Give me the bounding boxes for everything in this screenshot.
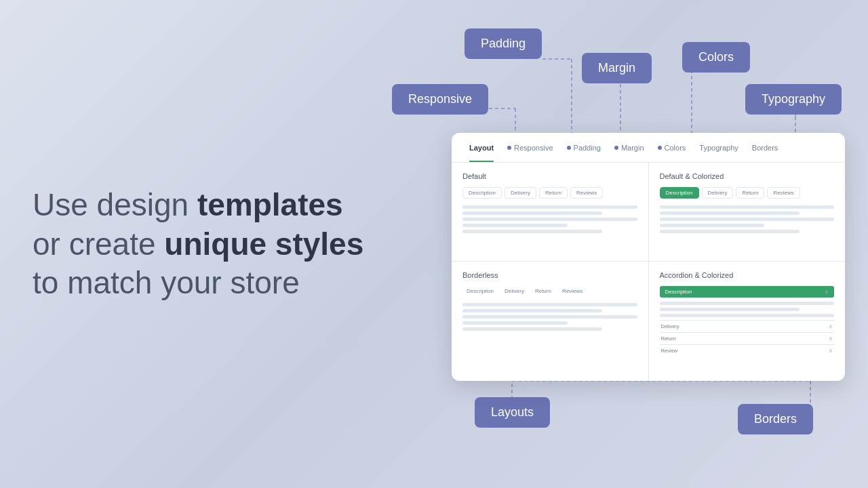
section-colorized-title: Default & Colorized <box>660 172 835 180</box>
accordion-item-return[interactable]: Return ∧ <box>660 332 835 344</box>
tab-typography[interactable]: Typography <box>692 133 745 162</box>
tab-margin[interactable]: Margin <box>608 133 651 162</box>
padding-dot <box>567 146 571 150</box>
panel-tabs: Layout Responsive Padding Margin Colors … <box>452 133 845 163</box>
skeleton-3 <box>462 218 637 221</box>
section-default-title: Default <box>462 172 637 180</box>
section-colorized: Default & Colorized Description Delivery… <box>649 163 846 261</box>
tab-layout[interactable]: Layout <box>462 133 500 162</box>
tab-padding[interactable]: Padding <box>560 133 608 162</box>
skeleton-a1 <box>660 302 835 305</box>
badge-margin[interactable]: Margin <box>582 53 652 83</box>
skeleton-b3 <box>462 315 637 319</box>
badge-padding[interactable]: Padding <box>465 28 542 59</box>
tab-borders[interactable]: Borders <box>745 133 785 162</box>
accordion-return-label: Return <box>661 336 677 342</box>
skeleton-c4 <box>660 224 765 227</box>
accordion-item-review[interactable]: Review ∧ <box>660 344 835 357</box>
colorized-tab-reviews[interactable]: Reviews <box>767 187 800 199</box>
default-tabs: Description Delivery Return Reviews <box>462 187 637 199</box>
tagline-line3: to match your store <box>33 264 412 303</box>
colors-dot <box>658 146 662 150</box>
colorized-tab-return[interactable]: Return <box>736 187 764 199</box>
borderless-tab-description[interactable]: Description <box>462 286 498 296</box>
colorized-tabs: Description Delivery Return Reviews <box>660 187 835 199</box>
hero-text: Use design templates or create unique st… <box>33 186 412 303</box>
borderless-tab-delivery[interactable]: Delivery <box>500 286 528 296</box>
badge-responsive[interactable]: Responsive <box>392 84 488 115</box>
section-borderless-title: Borderless <box>462 271 637 279</box>
skeleton-1 <box>462 205 637 209</box>
skeleton-c2 <box>660 211 800 215</box>
accordion-delivery-label: Delivery <box>661 323 679 329</box>
skeleton-c3 <box>660 218 835 221</box>
accordion-item-delivery[interactable]: Delivery ∧ <box>660 320 835 332</box>
badge-colors[interactable]: Colors <box>682 42 750 73</box>
accordion-review-label: Review <box>661 348 678 354</box>
skeleton-b5 <box>462 327 602 331</box>
borderless-tab-reviews[interactable]: Reviews <box>558 286 587 296</box>
section-accordion: Accordion & Colorized Description ∧ Deli… <box>649 262 846 382</box>
skeleton-a2 <box>660 308 800 311</box>
panel-content: Default Description Delivery Return Revi… <box>452 163 845 381</box>
tab-responsive[interactable]: Responsive <box>500 133 559 162</box>
responsive-dot <box>507 146 511 150</box>
default-tab-delivery[interactable]: Delivery <box>505 187 536 199</box>
skeleton-b1 <box>462 303 637 306</box>
section-default: Default Description Delivery Return Revi… <box>452 163 648 261</box>
skeleton-b2 <box>462 309 602 312</box>
skeleton-a3 <box>660 314 835 317</box>
margin-dot <box>614 146 618 150</box>
skeleton-c5 <box>660 230 800 233</box>
design-panel: Layout Responsive Padding Margin Colors … <box>452 133 845 381</box>
skeleton-2 <box>462 211 602 215</box>
colorized-tab-delivery[interactable]: Delivery <box>702 187 734 199</box>
tab-colors[interactable]: Colors <box>651 133 693 162</box>
colorized-tab-description[interactable]: Description <box>660 187 699 199</box>
default-tab-description[interactable]: Description <box>462 187 502 199</box>
tagline-line1: Use design templates <box>33 186 412 225</box>
section-borderless: Borderless Description Delivery Return R… <box>452 262 648 382</box>
accordion-chevron-up: ∧ <box>825 289 829 295</box>
badge-typography[interactable]: Typography <box>745 84 842 115</box>
accordion-delivery-chevron: ∧ <box>829 323 833 329</box>
badge-borders[interactable]: Borders <box>738 404 813 434</box>
borderless-tab-return[interactable]: Return <box>531 286 555 296</box>
accordion-active-label: Description <box>665 289 692 295</box>
accordion-review-chevron: ∧ <box>829 348 833 354</box>
section-accordion-title: Accordion & Colorized <box>660 271 835 279</box>
skeleton-4 <box>462 224 568 227</box>
default-tab-reviews[interactable]: Reviews <box>570 187 603 199</box>
accordion-active-header[interactable]: Description ∧ <box>660 286 835 298</box>
accordion-return-chevron: ∧ <box>829 336 833 342</box>
skeleton-b4 <box>462 321 568 325</box>
tagline-line2: or create unique styles <box>33 224 412 264</box>
badge-layouts[interactable]: Layouts <box>475 397 550 428</box>
default-tab-return[interactable]: Return <box>539 187 568 199</box>
skeleton-c1 <box>660 205 835 209</box>
skeleton-5 <box>462 230 602 233</box>
borderless-tabs: Description Delivery Return Reviews <box>462 286 637 296</box>
